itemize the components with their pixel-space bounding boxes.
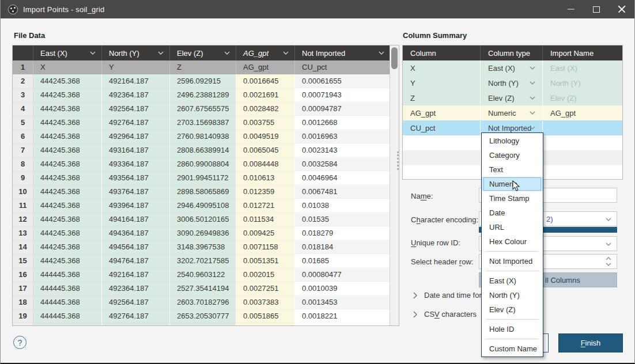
data-cell: 0.0028482 xyxy=(236,102,295,116)
row-number: 9 xyxy=(13,171,33,185)
file-table-body: 1XYZAG_gptCU_pct2444245.368492164.187259… xyxy=(13,60,399,326)
table-row: 1XYZAG_gptCU_pct xyxy=(13,60,391,74)
row-number: 17 xyxy=(13,282,33,295)
panel-splitter-grip[interactable] xyxy=(397,151,399,170)
data-cell: 494564.187 xyxy=(102,240,170,254)
menu-item-custom-name[interactable]: Custom Name xyxy=(482,342,543,356)
data-cell: 492164.187 xyxy=(102,74,170,88)
column-header-elev-z-[interactable]: Elev (Z) xyxy=(170,46,236,60)
spinner-up-icon[interactable] xyxy=(606,257,611,260)
data-cell: 0.0016645 xyxy=(236,74,295,88)
menu-item-date[interactable]: Date xyxy=(482,206,543,220)
summary-column-name xyxy=(403,165,481,180)
data-cell: 0.0065045 xyxy=(236,143,295,157)
column-header-label: Not Imported xyxy=(302,49,345,58)
summary-column-name xyxy=(403,135,481,150)
summary-header-row: ColumnColumn typeImport Name xyxy=(403,46,622,60)
csv-characters-expander[interactable]: CSV characters xyxy=(413,310,477,318)
data-cell: 444245.368 xyxy=(33,213,102,226)
column-type-combo[interactable]: Elev (Z) xyxy=(481,90,543,105)
file-data-title: File Data xyxy=(14,31,45,40)
data-cell: 444245.368 xyxy=(33,74,102,88)
data-cell: 0.00094787 xyxy=(295,102,391,116)
column-type-dropdown-menu: LithologyCategoryTextNumericTime StampDa… xyxy=(481,132,543,357)
data-cell: 0.010613 xyxy=(236,171,295,185)
import-name-value: Elev (Z) xyxy=(543,90,623,105)
close-button[interactable] xyxy=(609,0,634,18)
import-name-value xyxy=(543,120,623,135)
data-cell: 2603.70182796 xyxy=(170,295,236,309)
window-title: Import Points - soil_grid xyxy=(23,5,105,14)
table-row: 3444245.368492364.1872496.238812890.0021… xyxy=(13,88,391,102)
encoding-value-fragment: 2) xyxy=(546,215,553,223)
data-cell: 0.0023143 xyxy=(295,143,391,157)
menu-item-url[interactable]: URL xyxy=(482,220,543,234)
data-cell: 0.01038 xyxy=(295,199,391,213)
menu-item-label: East (X) xyxy=(489,276,516,285)
scrollbar-thumb[interactable] xyxy=(391,47,398,69)
import-name-value: AG_gpt xyxy=(543,105,623,120)
column-type-value: Not Imported xyxy=(488,124,531,132)
data-cell: Y xyxy=(102,60,170,74)
menu-item-time-stamp[interactable]: Time Stamp xyxy=(482,191,543,206)
column-header-not-imported[interactable]: Not Imported xyxy=(295,46,391,60)
question-mark-icon: ? xyxy=(18,338,22,347)
spinner-down-icon[interactable] xyxy=(606,263,611,266)
table-row: 13444245.368494364.1873090.269498360.009… xyxy=(13,226,391,240)
data-cell: 2860.99008804 xyxy=(170,157,236,171)
column-type-combo[interactable]: East (X) xyxy=(481,60,543,75)
menu-item-not-imported[interactable]: Not Imported xyxy=(482,254,543,268)
help-button[interactable]: ? xyxy=(13,336,27,349)
maximize-button[interactable] xyxy=(584,0,609,18)
data-cell: 2653.20530777 xyxy=(170,309,236,323)
summary-row: AG_gptNumericAG_gpt xyxy=(403,105,622,120)
row-number: 13 xyxy=(13,226,33,240)
column-type-combo[interactable]: Numeric xyxy=(481,105,543,120)
summary-column-name: AG_gpt xyxy=(403,105,481,120)
table-row: 2444245.368492164.1872596.0929150.001664… xyxy=(13,74,391,88)
row-number: 4 xyxy=(13,102,33,116)
data-cell: 0.0032584 xyxy=(295,157,391,171)
row-number: 19 xyxy=(13,309,33,323)
menu-item-hex-colour[interactable]: Hex Colour xyxy=(482,234,543,249)
column-header-east-x-[interactable]: East (X) xyxy=(33,46,102,60)
column-type-combo[interactable]: North (Y) xyxy=(481,75,543,90)
menu-item-text[interactable]: Text xyxy=(482,162,543,177)
data-cell: 0.00061655 xyxy=(295,74,391,88)
row-number: 12 xyxy=(13,213,33,226)
menu-item-north-y-[interactable]: North (Y) xyxy=(482,288,543,302)
import-name-value xyxy=(543,165,623,180)
chevron-down-icon xyxy=(530,111,535,115)
titlebar[interactable]: Import Points - soil_grid xyxy=(1,0,634,18)
data-cell: 444245.368 xyxy=(33,157,102,171)
points-app-icon xyxy=(8,5,18,14)
file-table-scrollbar[interactable] xyxy=(390,46,399,325)
data-cell: 0.0010039 xyxy=(295,282,391,295)
table-row: 19444445.368492764.1872653.205307770.005… xyxy=(13,309,391,323)
menu-item-elev-z-[interactable]: Elev (Z) xyxy=(482,302,543,317)
data-cell: 444245.368 xyxy=(33,254,102,268)
table-row: 14444245.368494564.1873148.39675380.0071… xyxy=(13,240,391,254)
menu-item-label: Lithology xyxy=(489,136,519,145)
menu-separator xyxy=(482,268,543,274)
menu-item-category[interactable]: Category xyxy=(482,148,543,162)
import-name-value xyxy=(543,135,623,150)
row-number: 2 xyxy=(13,74,33,88)
minimize-button[interactable] xyxy=(558,0,584,18)
data-cell: 2946.49095108 xyxy=(170,199,236,213)
data-cell: 493364.187 xyxy=(102,157,170,171)
column-header-ag-gpt[interactable]: AG_gpt xyxy=(236,46,295,60)
chevron-down-icon xyxy=(530,126,535,130)
row-number: 8 xyxy=(13,157,33,171)
data-cell: 0.0051865 xyxy=(236,309,295,323)
data-cell: 0.00071943 xyxy=(295,88,391,102)
column-header-north-y-[interactable]: North (Y) xyxy=(102,46,170,60)
menu-item-lithology[interactable]: Lithology xyxy=(482,134,543,148)
finish-button[interactable]: Finish xyxy=(558,333,623,352)
menu-item-hole-id[interactable]: Hole ID xyxy=(482,322,543,336)
summary-row: ZElev (Z)Elev (Z) xyxy=(403,90,622,105)
summary-column-header: Column type xyxy=(481,46,543,60)
menu-item-east-x-[interactable]: East (X) xyxy=(482,274,543,288)
data-cell: Z xyxy=(170,60,236,74)
data-cell: X xyxy=(33,60,102,74)
